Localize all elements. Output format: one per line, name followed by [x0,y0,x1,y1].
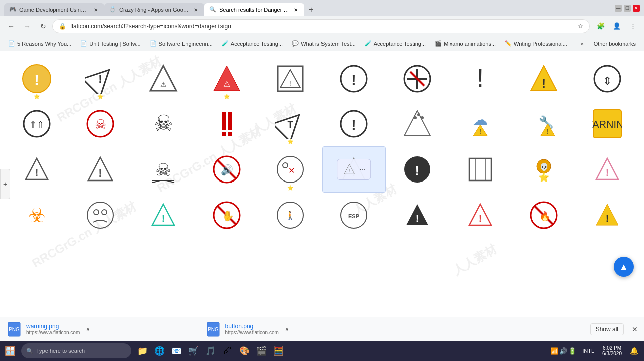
icon-cell-32[interactable]: ! [132,193,195,238]
bookmark-3[interactable]: 📄 Software Engineerin... [146,39,217,48]
minimize-button[interactable]: — [615,5,622,12]
bookmark-5[interactable]: 💬 What is System Test... [288,39,360,48]
icon-cell-17[interactable]: ☁ ! [449,101,512,146]
icon-cell-5[interactable]: ! [322,56,386,101]
other-bookmarks[interactable]: Other bookmarks [590,40,640,48]
tab-favicon-2: 💍 [109,6,116,13]
icon-cell-13[interactable] [195,101,259,146]
svg-text:!: ! [605,167,609,178]
address-bar[interactable]: 🔒 flaticon.com/search3?search-type=icons… [52,19,590,33]
icon-img-24: ✕ [273,152,308,187]
icon-cell-37[interactable]: ! [449,193,512,238]
icon-cell-9[interactable]: ⇕ [575,56,639,101]
tab-close-3[interactable]: ✕ [292,6,299,13]
battery-icon: 🔋 [568,347,576,355]
icon-cell-25-selected[interactable]: ! ! ··· [322,146,386,193]
taskbar-calc[interactable]: 🧮 [270,343,286,359]
icon-cell-3[interactable]: ⚠ ⭐ [195,56,259,101]
icon-cell-4[interactable]: ! [258,56,322,101]
icon-img-22: ☠ [146,152,181,187]
icon-cell-18[interactable]: 🔧 ! [512,101,576,146]
icon-cell-34[interactable]: 🚶 [258,193,322,238]
tab-search-results[interactable]: 🔍 Search results for Danger sign - F... … [204,3,304,16]
scroll-top-button[interactable]: ▲ [614,257,634,277]
bookmark-8[interactable]: ✏️ Writing Professional... [501,39,571,48]
language-label: INTL [582,348,594,354]
icon-cell-6[interactable] [386,56,449,101]
icon-cell-15[interactable]: ! [322,101,386,146]
bookmark-6[interactable]: 🧪 Acceptance Testing... [361,39,430,48]
tab-crazy-ring[interactable]: 💍 Crazy Ring - Apps on Google Play ✕ [104,3,204,16]
icon-cell-26[interactable]: ! [386,146,449,193]
close-button[interactable]: ✕ [633,5,640,12]
icon-cell-2[interactable]: ⚠ [132,56,195,101]
tab-close-1[interactable]: ✕ [92,6,99,13]
taskbar-photoshop[interactable]: 🎨 [236,343,252,359]
icon-cell-0[interactable]: ! ⭐ [5,56,69,101]
bookmark-1[interactable]: 📄 5 Reasons Why You... [4,39,75,48]
taskbar-music[interactable]: 🎵 [202,343,218,359]
icon-cell-20[interactable]: ! [5,146,69,193]
download-bar-close[interactable]: ✕ [632,325,638,333]
icon-cell-16[interactable] [386,101,449,146]
bookmark-4[interactable]: 🧪 Acceptance Testing... [218,39,287,48]
maximize-button[interactable]: ☐ [624,5,631,12]
icon-cell-39[interactable]: ! [575,193,639,238]
taskbar-vscode[interactable]: 🖊 [219,343,235,359]
svg-rect-29 [222,132,226,136]
icon-cell-21[interactable]: ! [69,146,132,193]
icon-cell-31[interactable] [69,193,132,238]
taskbar-mail[interactable]: 📧 [168,343,184,359]
download-filename-2: button.png [225,323,279,330]
icon-cell-1[interactable]: ! ⭐ [69,56,132,101]
bookmark-2[interactable]: 📄 Unit Testing | Softw... [76,39,144,48]
download-url-1: https://www.flaticon.com [26,330,80,335]
download-chevron-1[interactable]: ∧ [86,326,90,333]
start-button[interactable]: 🪟 [2,343,18,359]
reload-button[interactable]: ↻ [36,19,50,33]
tab-close-2[interactable]: ✕ [192,6,199,13]
icon-cell-7[interactable]: ! [449,56,512,101]
svg-text:!: ! [34,71,39,88]
taskbar-blender[interactable]: 🎬 [253,343,269,359]
icon-cell-27[interactable] [449,146,512,193]
extensions-button[interactable]: 🧩 [594,19,608,33]
icon-cell-36[interactable]: ! [386,193,449,238]
icon-cell-19[interactable]: WARNING [575,101,639,146]
icon-cell-29[interactable]: ! [575,146,639,193]
icon-cell-22[interactable]: ☠ [132,146,195,193]
bookmark-label-2: Unit Testing | Softw... [89,41,140,47]
bookmark-favicon-5: 💬 [292,40,299,47]
icon-cell-24[interactable]: ✕ ⭐ [258,146,322,193]
icon-img-16 [400,106,435,141]
taskbar-store[interactable]: 🛒 [185,343,201,359]
icon-cell-35[interactable]: ESP [322,193,386,238]
icon-cell-8[interactable]: ! [512,56,576,101]
bookmark-label-4: Acceptance Testing... [231,41,283,47]
icon-cell-14[interactable]: T ⭐ [258,101,322,146]
forward-button[interactable]: → [20,19,34,33]
new-tab-button[interactable]: + [304,3,318,16]
icon-cell-33[interactable]: ✋ [195,193,259,238]
back-button[interactable]: ← [4,19,18,33]
bookmark-7[interactable]: 🎬 Mixamo animations... [431,39,500,48]
icon-cell-38[interactable]: 🔥 [512,193,576,238]
icon-cell-11[interactable]: ☠ [69,101,132,146]
icon-cell-10[interactable]: ⇑⇑ [5,101,69,146]
show-all-button[interactable]: Show all [590,323,624,335]
bookmarks-more-button[interactable]: » [578,40,587,48]
taskbar-search-box[interactable]: 🔍 Type here to search [21,343,131,358]
download-chevron-2[interactable]: ∧ [285,326,289,333]
taskbar-browser[interactable]: 🌐 [151,343,167,359]
icon-cell-23[interactable]: 🔊 [195,146,259,193]
profile-button[interactable]: 👤 [610,19,624,33]
menu-button[interactable]: ⋮ [626,19,640,33]
taskbar-file-explorer[interactable]: 📁 [134,343,150,359]
icon-cell-30[interactable]: ☣ [5,193,69,238]
icon-cell-28[interactable]: 💀 ⭐ [512,146,576,193]
notifications-button[interactable]: 🔔 [626,343,642,359]
download-file-icon-1: PNG [6,321,22,337]
bookmark-label-7: Mixamo animations... [444,41,496,47]
tab-game-dev[interactable]: 🎮 Game Development Using Unity ✕ [4,3,104,16]
icon-cell-12[interactable]: ☠ [132,101,195,146]
